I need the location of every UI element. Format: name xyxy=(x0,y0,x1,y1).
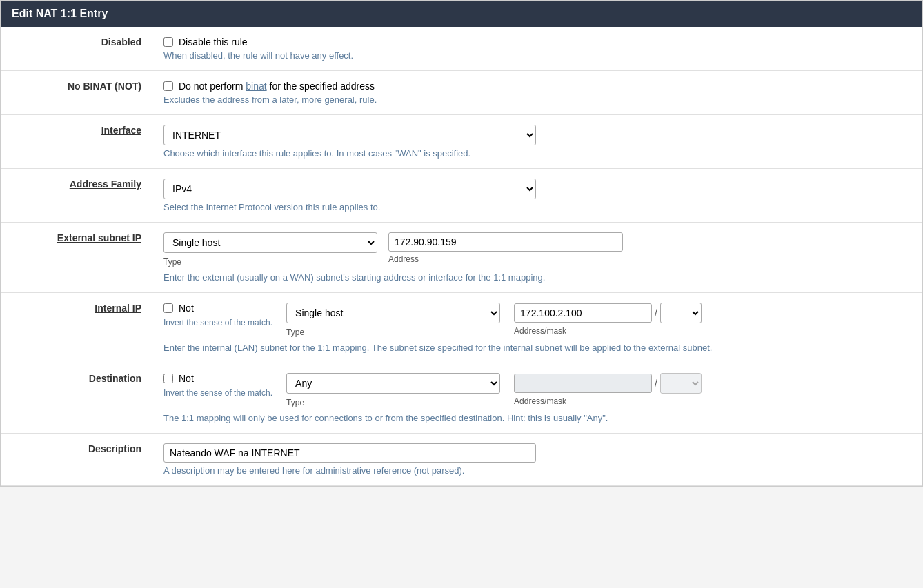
external-type-group: Single host Network Interface address Ty… xyxy=(163,232,377,267)
internal-ip-hint: Enter the internal (LAN) subnet for the … xyxy=(163,343,911,353)
destination-not-checkbox[interactable] xyxy=(163,374,173,383)
internal-ip-label: Internal IP xyxy=(1,293,152,363)
interface-row: Interface INTERNET WAN LAN Choose which … xyxy=(1,115,922,169)
address-family-select[interactable]: IPv4 IPv6 IPv4+IPv6 xyxy=(163,179,536,199)
destination-mask-select[interactable] xyxy=(660,373,702,394)
disabled-row: Disabled Disable this rule When disabled… xyxy=(1,27,922,71)
interface-hint: Choose which interface this rule applies… xyxy=(163,148,911,159)
interface-label: Interface xyxy=(1,115,152,169)
destination-address-label: Address/mask xyxy=(514,396,702,406)
address-family-label-link[interactable]: Address Family xyxy=(70,179,141,190)
internal-address-label: Address/mask xyxy=(514,326,702,336)
internal-ip-row: Internal IP Not Invert the sense of the … xyxy=(1,293,922,363)
interface-select[interactable]: INTERNET WAN LAN xyxy=(163,125,536,145)
destination-slash: / xyxy=(655,378,657,389)
internal-address-fields: / 32 24 xyxy=(514,303,702,323)
internal-type-group: Single host Network Interface address Ty… xyxy=(286,303,500,337)
description-label-text: Description xyxy=(88,443,141,454)
external-subnet-hint: Enter the external (usually on a WAN) su… xyxy=(163,272,911,283)
no-binat-checkbox[interactable] xyxy=(163,81,173,91)
internal-not-hint: Invert the sense of the match. xyxy=(163,318,272,327)
edit-nat-panel: Edit NAT 1:1 Entry Disabled Disable this… xyxy=(0,0,923,487)
internal-address-group: / 32 24 Address/mask xyxy=(514,303,702,336)
form-table: Disabled Disable this rule When disabled… xyxy=(1,27,922,486)
external-subnet-ip-content: Single host Network Interface address Ty… xyxy=(152,223,922,293)
internal-ip-fields: Not Invert the sense of the match. Singl… xyxy=(163,303,911,337)
destination-address-fields: / xyxy=(514,373,702,394)
internal-not-checkbox-row: Not xyxy=(163,303,272,314)
internal-type-select[interactable]: Single host Network Interface address xyxy=(286,303,500,323)
no-binat-checkbox-row: Do not perform binat for the specified a… xyxy=(163,81,911,92)
no-binat-checkbox-label[interactable]: Do not perform binat for the specified a… xyxy=(179,81,375,92)
external-type-label: Type xyxy=(163,257,377,267)
destination-label-link[interactable]: Destination xyxy=(89,373,141,384)
disabled-checkbox[interactable] xyxy=(163,37,173,47)
external-address-group: Address xyxy=(388,232,623,264)
destination-type-label: Type xyxy=(286,398,500,407)
no-binat-hint: Excludes the address from a later, more … xyxy=(163,94,911,105)
external-address-label: Address xyxy=(388,254,623,264)
disabled-content: Disable this rule When disabled, the rul… xyxy=(152,27,922,71)
destination-fields: Not Invert the sense of the match. Any S… xyxy=(163,373,911,407)
address-family-hint: Select the Internet Protocol version thi… xyxy=(163,202,911,212)
description-input[interactable] xyxy=(163,443,536,463)
no-binat-content: Do not perform binat for the specified a… xyxy=(152,71,922,115)
external-type-select[interactable]: Single host Network Interface address xyxy=(163,232,377,253)
destination-hint: The 1:1 mapping will only be used for co… xyxy=(163,413,911,423)
external-subnet-ip-label-link[interactable]: External subnet IP xyxy=(57,232,141,243)
destination-not-hint: Invert the sense of the match. xyxy=(163,388,272,398)
no-binat-row: No BINAT (NOT) Do not perform binat for … xyxy=(1,71,922,115)
internal-mask-select[interactable]: 32 24 xyxy=(660,303,702,323)
internal-ip-label-link[interactable]: Internal IP xyxy=(95,303,141,314)
destination-row: Destination Not Invert the sense of the … xyxy=(1,363,922,434)
internal-slash: / xyxy=(655,307,657,318)
destination-type-group: Any Single host Network Type xyxy=(286,373,500,407)
address-family-content: IPv4 IPv6 IPv4+IPv6 Select the Internet … xyxy=(152,169,922,223)
internal-not-group: Not Invert the sense of the match. xyxy=(163,303,272,327)
internal-address-input[interactable] xyxy=(514,303,652,323)
destination-label: Destination xyxy=(1,363,152,434)
destination-not-label[interactable]: Not xyxy=(179,373,194,384)
disabled-label: Disabled xyxy=(1,27,152,71)
disabled-checkbox-row: Disable this rule xyxy=(163,37,911,48)
destination-not-group: Not Invert the sense of the match. xyxy=(163,373,272,398)
panel-title: Edit NAT 1:1 Entry xyxy=(1,1,922,27)
address-family-label: Address Family xyxy=(1,169,152,223)
external-subnet-ip-row: External subnet IP Single host Network I… xyxy=(1,223,922,293)
description-hint: A description may be entered here for ad… xyxy=(163,465,911,476)
no-binat-label: No BINAT (NOT) xyxy=(1,71,152,115)
description-content: A description may be entered here for ad… xyxy=(152,434,922,486)
external-ip-fields: Single host Network Interface address Ty… xyxy=(163,232,911,267)
destination-type-select[interactable]: Any Single host Network xyxy=(286,373,500,394)
description-label: Description xyxy=(1,434,152,486)
destination-content: Not Invert the sense of the match. Any S… xyxy=(152,363,922,434)
interface-content: INTERNET WAN LAN Choose which interface … xyxy=(152,115,922,169)
internal-type-label: Type xyxy=(286,327,500,337)
description-row: Description A description may be entered… xyxy=(1,434,922,486)
disabled-hint: When disabled, the rule will not have an… xyxy=(163,50,911,61)
address-family-row: Address Family IPv4 IPv6 IPv4+IPv6 Selec… xyxy=(1,169,922,223)
destination-address-input[interactable] xyxy=(514,374,652,393)
disabled-checkbox-label[interactable]: Disable this rule xyxy=(179,37,248,48)
internal-not-checkbox[interactable] xyxy=(163,303,173,313)
destination-address-group: / Address/mask xyxy=(514,373,702,406)
destination-not-checkbox-row: Not xyxy=(163,373,272,384)
internal-not-label[interactable]: Not xyxy=(179,303,194,314)
external-address-input[interactable] xyxy=(388,232,623,252)
interface-label-link[interactable]: Interface xyxy=(101,125,141,136)
internal-ip-content: Not Invert the sense of the match. Singl… xyxy=(152,293,922,363)
title-text: Edit NAT 1:1 Entry xyxy=(12,8,108,19)
binat-link[interactable]: binat xyxy=(246,81,266,92)
external-subnet-ip-label: External subnet IP xyxy=(1,223,152,293)
